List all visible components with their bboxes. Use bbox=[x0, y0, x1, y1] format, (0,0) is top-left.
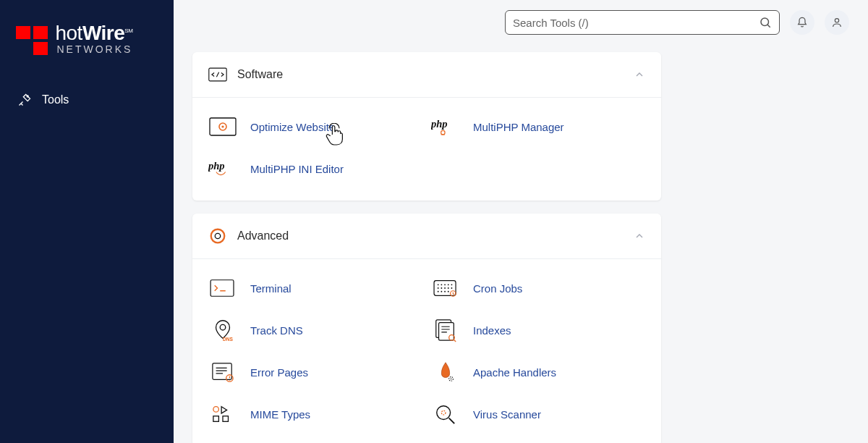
search-input[interactable] bbox=[513, 17, 759, 29]
svg-point-1 bbox=[761, 18, 769, 26]
user-icon bbox=[831, 17, 843, 28]
indexes-icon bbox=[431, 317, 460, 343]
nav-item-label: Tools bbox=[42, 93, 69, 106]
tool-label: Apache Handlers bbox=[473, 366, 556, 379]
svg-point-2 bbox=[835, 19, 838, 22]
svg-point-11 bbox=[215, 233, 220, 238]
svg-point-22 bbox=[448, 287, 449, 289]
svg-text:DNS: DNS bbox=[223, 337, 234, 342]
tool-label: Optimize Website bbox=[250, 121, 335, 133]
panel-header-software[interactable]: Software bbox=[192, 52, 661, 98]
panel-title: Advanced bbox=[237, 229, 624, 242]
tool-terminal[interactable]: Terminal bbox=[208, 275, 422, 301]
logo-sm: SM bbox=[124, 28, 132, 34]
svg-text:php: php bbox=[208, 160, 225, 172]
svg-point-14 bbox=[438, 284, 439, 285]
svg-point-8 bbox=[441, 130, 445, 134]
tool-indexes[interactable]: Indexes bbox=[431, 317, 645, 343]
panel-advanced: Advanced Terminal bbox=[192, 214, 661, 443]
logo-sub: NETWORKS bbox=[55, 43, 132, 55]
main-area: Software Optimize Website php MultiPHP M… bbox=[174, 0, 868, 443]
svg-point-42 bbox=[441, 410, 446, 415]
tool-error-pages[interactable]: Error Pages bbox=[208, 359, 422, 385]
tool-label: MultiPHP INI Editor bbox=[250, 163, 344, 175]
svg-point-27 bbox=[448, 291, 449, 292]
notifications-button[interactable] bbox=[790, 10, 814, 35]
logo-mark bbox=[14, 25, 49, 56]
chevron-up-icon bbox=[634, 69, 645, 80]
tools-icon bbox=[17, 93, 32, 107]
svg-rect-12 bbox=[210, 280, 234, 297]
svg-point-38 bbox=[213, 407, 219, 413]
php-ini-icon: php bbox=[208, 156, 237, 182]
svg-rect-39 bbox=[213, 416, 219, 422]
optimize-icon bbox=[208, 114, 237, 140]
panel-software: Software Optimize Website php MultiPHP M… bbox=[192, 52, 661, 201]
gear-icon bbox=[208, 227, 227, 245]
tool-mime-types[interactable]: MIME Types bbox=[208, 401, 422, 427]
tool-label: Error Pages bbox=[250, 366, 308, 379]
track-dns-icon: DNS bbox=[208, 317, 237, 343]
svg-point-6 bbox=[221, 125, 224, 127]
topbar bbox=[174, 0, 868, 45]
logo-word-bold: Wire bbox=[82, 22, 124, 44]
tool-label: Track DNS bbox=[250, 324, 303, 337]
svg-point-16 bbox=[444, 284, 446, 285]
svg-text:php: php bbox=[431, 118, 448, 130]
svg-point-10 bbox=[211, 229, 225, 243]
tool-label: MIME Types bbox=[250, 408, 310, 421]
svg-point-41 bbox=[437, 406, 451, 420]
terminal-icon bbox=[208, 275, 237, 301]
svg-point-29 bbox=[220, 324, 226, 330]
svg-rect-32 bbox=[439, 323, 454, 341]
panel-title: Software bbox=[237, 68, 624, 81]
tool-label: Indexes bbox=[473, 324, 511, 337]
nav-item-tools[interactable]: Tools bbox=[0, 85, 174, 114]
svg-point-25 bbox=[441, 291, 442, 292]
svg-point-20 bbox=[441, 287, 442, 289]
tool-multiphp-manager[interactable]: php MultiPHP Manager bbox=[431, 114, 645, 140]
tool-optimize-website[interactable]: Optimize Website bbox=[208, 114, 422, 140]
mime-icon bbox=[208, 401, 237, 427]
svg-point-15 bbox=[441, 284, 442, 285]
svg-point-21 bbox=[444, 287, 446, 289]
tool-label: MultiPHP Manager bbox=[473, 121, 564, 133]
svg-point-23 bbox=[451, 287, 453, 289]
tool-virus-scanner[interactable]: Virus Scanner bbox=[431, 401, 645, 427]
svg-rect-34 bbox=[213, 363, 231, 380]
svg-point-26 bbox=[444, 291, 446, 292]
svg-rect-40 bbox=[223, 416, 229, 422]
tool-multiphp-ini-editor[interactable]: php MultiPHP INI Editor bbox=[208, 156, 422, 182]
chevron-up-icon bbox=[634, 230, 645, 242]
logo-word-light: hot bbox=[55, 22, 82, 44]
logo: hotWireSM NETWORKS bbox=[0, 22, 174, 85]
tool-track-dns[interactable]: DNS Track DNS bbox=[208, 317, 422, 343]
tool-label: Cron Jobs bbox=[473, 282, 522, 295]
search-icon bbox=[759, 16, 772, 29]
bell-icon bbox=[796, 17, 808, 28]
tool-label: Terminal bbox=[250, 282, 292, 295]
error-pages-icon bbox=[208, 359, 237, 385]
tool-label: Virus Scanner bbox=[473, 408, 541, 421]
svg-point-24 bbox=[438, 291, 439, 292]
svg-point-17 bbox=[448, 284, 449, 285]
cron-icon bbox=[431, 275, 460, 301]
apache-icon bbox=[431, 359, 460, 385]
virus-scanner-icon bbox=[431, 401, 460, 427]
svg-point-0 bbox=[27, 95, 29, 97]
panel-header-advanced[interactable]: Advanced bbox=[192, 214, 661, 259]
code-icon bbox=[208, 65, 227, 84]
svg-point-19 bbox=[438, 287, 439, 289]
svg-point-37 bbox=[451, 379, 452, 380]
php-manager-icon: php bbox=[431, 114, 460, 140]
svg-point-18 bbox=[451, 284, 453, 285]
sidebar: hotWireSM NETWORKS Tools bbox=[0, 0, 174, 443]
tool-cron-jobs[interactable]: Cron Jobs bbox=[431, 275, 645, 301]
search-box[interactable] bbox=[505, 10, 780, 35]
tool-apache-handlers[interactable]: Apache Handlers bbox=[431, 359, 645, 385]
user-menu-button[interactable] bbox=[825, 10, 849, 35]
